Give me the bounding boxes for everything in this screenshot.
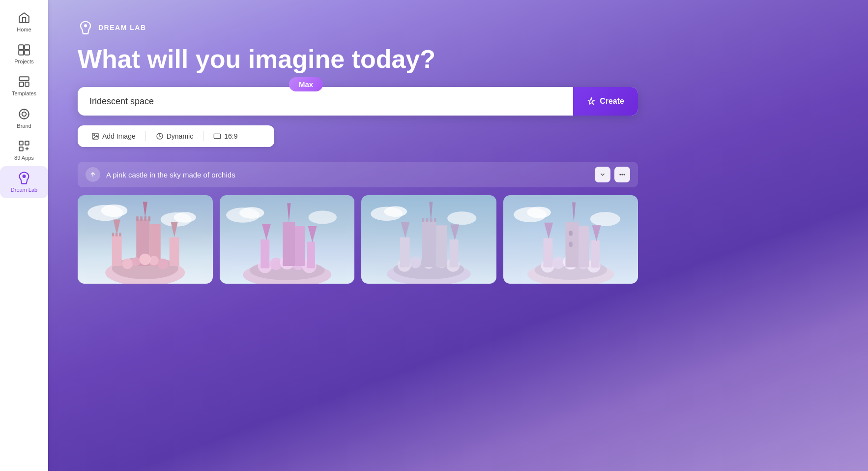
apps-icon — [17, 139, 31, 153]
search-bar: Create — [78, 87, 638, 116]
svg-marker-38 — [143, 202, 147, 218]
results-prompt: A pink castle in the sky made of orchids — [86, 167, 235, 182]
create-button-label: Create — [600, 97, 624, 106]
results-actions — [595, 167, 630, 182]
image-card-4[interactable] — [503, 195, 638, 284]
sidebar-item-projects-label: Projects — [14, 59, 34, 65]
svg-rect-75 — [436, 225, 447, 267]
svg-marker-40 — [171, 222, 177, 237]
add-image-button[interactable]: Add Image — [86, 129, 142, 143]
svg-rect-81 — [426, 218, 429, 222]
svg-rect-3 — [25, 50, 29, 55]
dream-lab-logo-icon — [78, 20, 93, 35]
ratio-icon — [213, 132, 221, 140]
svg-rect-31 — [112, 233, 115, 236]
add-image-icon — [91, 132, 99, 140]
svg-point-85 — [527, 207, 551, 218]
svg-point-65 — [447, 211, 476, 225]
dream-lab-title: DREAM LAB — [98, 24, 146, 31]
image-card-1[interactable] — [78, 195, 213, 284]
svg-rect-35 — [140, 216, 143, 221]
add-image-label: Add Image — [102, 132, 136, 140]
svg-rect-59 — [307, 242, 315, 268]
templates-icon — [17, 75, 31, 88]
svg-point-48 — [308, 211, 337, 224]
sidebar-item-templates[interactable]: Templates — [0, 70, 48, 102]
svg-rect-6 — [25, 82, 29, 87]
svg-rect-76 — [450, 239, 459, 267]
svg-rect-27 — [112, 235, 122, 266]
max-badge[interactable]: Max — [289, 77, 323, 91]
more-dots-icon — [619, 171, 626, 178]
castle-svg-3 — [361, 195, 496, 284]
results-prompt-text: A pink castle in the sky made of orchids — [106, 171, 235, 179]
svg-point-24 — [174, 212, 196, 223]
dream-lab-header: DREAM LAB — [78, 20, 839, 35]
ratio-label: 16:9 — [224, 132, 237, 140]
svg-rect-82 — [430, 218, 433, 222]
projects-icon — [17, 43, 31, 57]
create-sparkle-icon — [587, 97, 596, 106]
svg-rect-33 — [119, 233, 121, 236]
sidebar-item-home-label: Home — [17, 27, 31, 33]
svg-rect-74 — [422, 221, 436, 267]
sidebar-item-brand-label: Brand — [17, 123, 31, 129]
svg-rect-94 — [543, 238, 552, 267]
sidebar-item-home[interactable]: Home — [0, 6, 48, 38]
dynamic-icon — [156, 132, 164, 140]
collapse-button[interactable] — [595, 167, 610, 182]
svg-point-12 — [23, 175, 26, 178]
svg-marker-99 — [544, 223, 553, 239]
svg-rect-10 — [25, 141, 29, 145]
sidebar-item-dreamlab[interactable]: Dream Lab — [0, 166, 48, 198]
search-input[interactable] — [78, 96, 573, 107]
svg-point-44 — [157, 259, 168, 269]
image-card-2[interactable] — [220, 195, 355, 284]
svg-marker-78 — [401, 222, 410, 238]
svg-rect-101 — [569, 231, 572, 236]
svg-rect-73 — [400, 237, 410, 267]
svg-marker-39 — [113, 220, 120, 236]
svg-point-18 — [620, 174, 621, 175]
svg-marker-100 — [592, 225, 601, 241]
toolbar-divider-1 — [145, 131, 146, 141]
svg-rect-34 — [136, 216, 139, 221]
sidebar-item-projects[interactable]: Projects — [0, 38, 48, 70]
sidebar-item-brand[interactable]: Brand — [0, 102, 48, 134]
search-area: Max Create — [78, 87, 839, 116]
dynamic-button[interactable]: Dynamic — [150, 129, 199, 143]
svg-point-41 — [122, 259, 133, 269]
image-card-3[interactable] — [361, 195, 496, 284]
castle-svg-2 — [220, 195, 355, 284]
svg-marker-60 — [287, 203, 290, 223]
results-header: A pink castle in the sky made of orchids — [78, 162, 638, 187]
svg-point-45 — [140, 254, 151, 265]
svg-marker-98 — [572, 203, 575, 223]
svg-rect-58 — [295, 226, 305, 266]
svg-point-90 — [552, 257, 564, 269]
svg-rect-2 — [19, 50, 24, 55]
svg-point-69 — [410, 257, 421, 268]
svg-point-22 — [101, 205, 127, 217]
svg-marker-62 — [308, 226, 317, 242]
upload-icon — [86, 167, 100, 182]
svg-rect-1 — [25, 45, 29, 50]
svg-point-20 — [624, 174, 625, 175]
ratio-button[interactable]: 16:9 — [207, 129, 243, 143]
svg-rect-97 — [591, 240, 599, 268]
svg-rect-96 — [579, 226, 589, 267]
svg-point-86 — [590, 212, 620, 226]
sidebar-item-apps[interactable]: 89 Apps — [0, 134, 48, 166]
more-options-button[interactable] — [614, 167, 630, 182]
castle-svg-4 — [503, 195, 638, 284]
home-icon — [17, 11, 31, 25]
results-section: A pink castle in the sky made of orchids — [78, 162, 839, 284]
svg-point-15 — [94, 135, 95, 136]
toolbar: Add Image Dynamic 16:9 — [78, 125, 274, 147]
svg-rect-83 — [434, 218, 436, 222]
create-button[interactable]: Create — [573, 87, 638, 116]
svg-point-42 — [132, 257, 141, 266]
brand-icon — [17, 107, 31, 121]
svg-point-8 — [19, 109, 29, 119]
svg-point-7 — [22, 112, 27, 116]
